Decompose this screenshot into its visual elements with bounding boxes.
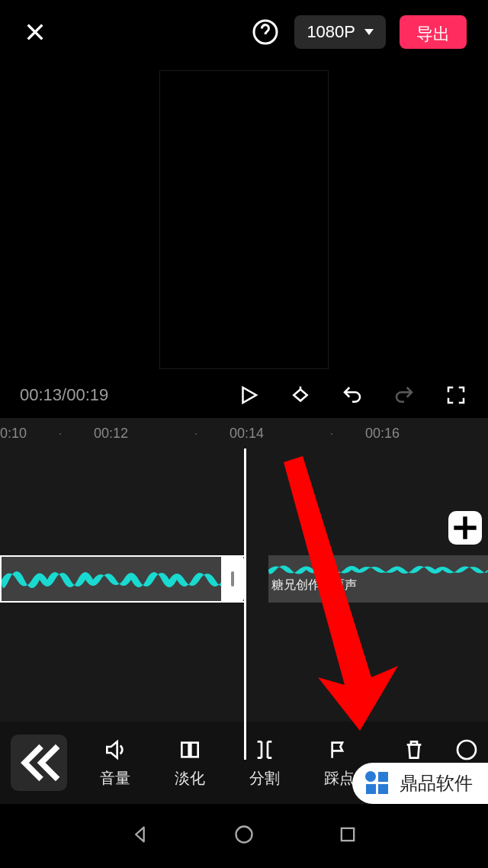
add-clip-button[interactable] <box>448 511 482 545</box>
system-nav-bar <box>0 804 488 868</box>
waveform-icon <box>2 563 223 596</box>
toolbar-back-button[interactable] <box>11 735 67 791</box>
svg-rect-7 <box>378 772 388 782</box>
redo-button[interactable] <box>392 383 416 407</box>
ruler-tick: 00:12 <box>94 426 162 442</box>
clip-handle-right[interactable] <box>221 555 244 603</box>
video-canvas[interactable] <box>159 70 329 369</box>
ruler-dot: · <box>27 426 94 442</box>
nav-back[interactable] <box>130 824 151 848</box>
svg-rect-2 <box>191 742 197 757</box>
watermark-badge: 鼎品软件 <box>352 763 488 804</box>
tool-fade[interactable]: 淡化 <box>152 738 227 789</box>
tool-split-label: 分割 <box>249 768 280 789</box>
timeline-area[interactable]: 糖兄创作的原声 <box>0 448 488 760</box>
tool-split[interactable]: 分割 <box>227 738 302 789</box>
playback-row: 00:13/00:19 <box>0 377 488 418</box>
keyframe-button[interactable] <box>288 383 313 407</box>
top-bar: 1080P 导出 <box>0 0 488 64</box>
timeline-ruler[interactable]: 0:10 · 00:12 · 00:14 · 00:16 <box>0 418 488 448</box>
tool-volume-label: 音量 <box>100 768 130 789</box>
waveform-icon <box>268 561 488 578</box>
watermark-logo-icon <box>363 769 392 798</box>
fullscreen-button[interactable] <box>444 383 468 407</box>
ruler-tick: 0:10 <box>0 426 27 442</box>
watermark-text: 鼎品软件 <box>400 771 473 796</box>
undo-button[interactable] <box>340 383 364 407</box>
nav-recent[interactable] <box>337 824 358 848</box>
help-button[interactable] <box>250 17 281 47</box>
playhead[interactable] <box>244 448 246 760</box>
resolution-label: 1080P <box>307 22 355 42</box>
ruler-tick: 00:16 <box>365 426 434 442</box>
close-button[interactable] <box>21 18 49 46</box>
svg-point-3 <box>458 741 476 759</box>
top-right-group: 1080P 导出 <box>250 15 467 49</box>
svg-point-6 <box>365 771 376 782</box>
nav-home[interactable] <box>233 824 255 848</box>
export-button[interactable]: 导出 <box>400 15 467 49</box>
ruler-tick: 00:14 <box>230 426 298 442</box>
clip-label: 糖兄创作的原声 <box>271 577 357 593</box>
tool-beat-label: 踩点 <box>324 768 355 789</box>
svg-rect-8 <box>366 784 376 794</box>
svg-rect-9 <box>378 784 388 794</box>
ruler-dot: · <box>298 426 365 442</box>
audio-clip-selected[interactable] <box>0 555 244 603</box>
play-button[interactable] <box>236 383 261 407</box>
preview-area <box>0 64 488 377</box>
resolution-selector[interactable]: 1080P <box>294 15 386 49</box>
ruler-dot: · <box>162 426 230 442</box>
playback-controls <box>236 383 468 407</box>
svg-rect-1 <box>181 742 188 757</box>
time-display: 00:13/00:19 <box>20 385 236 405</box>
tool-fade-label: 淡化 <box>175 768 205 789</box>
svg-point-4 <box>236 827 252 843</box>
svg-rect-5 <box>342 828 354 841</box>
tool-volume[interactable]: 音量 <box>78 738 152 789</box>
audio-clip-next[interactable]: 糖兄创作的原声 <box>268 555 488 603</box>
